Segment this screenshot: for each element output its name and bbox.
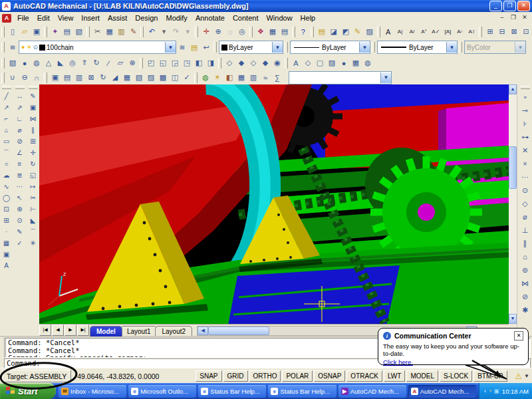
dim-angular-button[interactable]: ∠: [14, 147, 25, 158]
drawing-viewport[interactable]: Z: [39, 84, 509, 324]
task-button-5[interactable]: ▶AutoCAD Mech...: [338, 385, 406, 398]
arc-button[interactable]: ⌒: [1, 147, 12, 158]
extrude-faces-button[interactable]: ▣: [49, 72, 61, 84]
offset-faces-button[interactable]: ▥: [73, 72, 85, 84]
coordinates-readout[interactable]: 49.0646, -43.8326, 0.0000: [73, 370, 194, 382]
ellipse-button[interactable]: ◯: [1, 192, 12, 203]
solid-sphere-button[interactable]: ●: [19, 57, 31, 69]
zoom-previous-button[interactable]: ◎: [236, 26, 248, 38]
tab-first-button[interactable]: |◀: [39, 325, 51, 336]
redo-button[interactable]: ↷: [170, 26, 182, 38]
tab-last-button[interactable]: ▶|: [77, 325, 89, 336]
solid-torus-button[interactable]: ◎: [66, 57, 78, 69]
array-button[interactable]: ⊞: [27, 136, 39, 147]
snap-intersection-button[interactable]: ✕: [519, 144, 532, 157]
solid-cylinder-button[interactable]: ◍: [31, 57, 43, 69]
color-edges-button[interactable]: ▩: [157, 72, 169, 84]
gouraud-shade-button[interactable]: ●: [338, 57, 350, 69]
toggle-ortho[interactable]: ORTHO: [249, 370, 281, 382]
pan-button[interactable]: ✛: [200, 26, 212, 38]
snap-perpendicular-button[interactable]: ⊥: [519, 223, 532, 237]
menu-edit[interactable]: Edit: [33, 13, 54, 23]
region-button[interactable]: ▣: [1, 249, 12, 260]
menu-modify[interactable]: Modify: [162, 13, 191, 23]
help-button[interactable]: ?: [297, 26, 309, 38]
zoom-window-button[interactable]: ◌: [224, 26, 236, 38]
view-bottom-button[interactable]: ◱: [157, 57, 169, 69]
quick-leader-button[interactable]: ↖: [14, 192, 25, 203]
gouraud-edges-button[interactable]: ◍: [362, 57, 374, 69]
revcloud-button[interactable]: ☁: [1, 170, 12, 181]
line-button[interactable]: ╱: [1, 90, 12, 102]
polygon-button[interactable]: ⌂: [1, 124, 12, 136]
menu-help[interactable]: Help: [297, 13, 320, 23]
balloon-close-icon[interactable]: ✕: [514, 331, 523, 340]
text-find-button[interactable]: A°: [418, 26, 430, 38]
task-button-3[interactable]: eStatus Bar Help...: [198, 385, 266, 398]
revolve-button[interactable]: ↻: [90, 57, 102, 69]
toggle-snap[interactable]: SNAP: [196, 370, 221, 382]
dim-ordinate-button[interactable]: ∟: [14, 113, 25, 124]
chamfer-button[interactable]: ◣: [27, 215, 39, 226]
clean-button[interactable]: ✓: [181, 72, 193, 84]
snap-extension-button[interactable]: ⋯: [519, 170, 532, 184]
reminder-clock-icon[interactable]: ◔: [488, 388, 491, 394]
tab-layout2[interactable]: Layout2: [155, 326, 192, 336]
snap-center-button[interactable]: ⊙: [519, 184, 532, 197]
circle-button[interactable]: ○: [1, 158, 12, 170]
move-faces-button[interactable]: ▤: [61, 72, 73, 84]
layer-properties-button[interactable]: ≋: [176, 41, 188, 53]
table-edit-button[interactable]: ⊟: [496, 26, 508, 38]
close-button[interactable]: ✕: [517, 1, 530, 11]
extend-button[interactable]: ⊢: [27, 203, 39, 215]
dim-diameter-button[interactable]: ⊘: [14, 136, 25, 147]
markup-set-button[interactable]: ▤: [279, 26, 291, 38]
network-icon[interactable]: ▣: [493, 388, 499, 394]
section-button[interactable]: ▱: [114, 57, 126, 69]
lineweight-combo-arrow[interactable]: ▼: [446, 42, 457, 53]
task-button-6[interactable]: AAutoCAD Mech...: [408, 385, 476, 398]
communication-center-icon[interactable]: ⚠: [515, 372, 522, 381]
menu-design[interactable]: Design: [131, 13, 162, 23]
trim-button[interactable]: ✂: [27, 192, 39, 203]
extrude-button[interactable]: ⇑: [78, 57, 90, 69]
toggle-otrack[interactable]: OTRACK: [346, 370, 382, 382]
menu-window[interactable]: Window: [262, 13, 296, 23]
dim-edit-button[interactable]: ✎: [14, 226, 25, 237]
render-preset-arrow[interactable]: ▼: [380, 72, 391, 83]
table-export-button[interactable]: ⊠: [508, 26, 520, 38]
copy-edges-button[interactable]: ▨: [145, 72, 157, 84]
zoom-realtime-button[interactable]: ⊕: [212, 26, 224, 38]
insert-block-button[interactable]: ⊡: [1, 203, 12, 215]
move-button[interactable]: ✛: [27, 147, 39, 158]
snap-none-button[interactable]: ⊘: [519, 290, 532, 303]
layer-previous-button[interactable]: ↩: [200, 41, 212, 53]
temp-track-button[interactable]: ∘: [519, 90, 532, 104]
undo-button[interactable]: ↶: [146, 26, 158, 38]
taper-faces-button[interactable]: ◢: [109, 72, 121, 84]
tab-model[interactable]: Model: [90, 326, 122, 336]
dim-continue-button[interactable]: ⋯: [14, 181, 25, 192]
dim-baseline-button[interactable]: ≣: [14, 170, 25, 181]
layer-list-button[interactable]: ▤: [316, 26, 328, 38]
menu-view[interactable]: View: [54, 13, 78, 23]
table-style-button[interactable]: ⊡: [520, 26, 532, 38]
snap-node-button[interactable]: ⊚: [519, 263, 532, 277]
view-right-button[interactable]: ◳: [181, 57, 193, 69]
lineweight-combo[interactable]: ByLayer ▼: [377, 41, 458, 54]
layer-edit-button[interactable]: ✎: [352, 26, 364, 38]
color-combo[interactable]: ByLayer ▼: [219, 41, 283, 54]
scroll-up-arrow[interactable]: ▲: [509, 84, 517, 94]
hidden-shade-button[interactable]: ▢: [314, 57, 326, 69]
explode-button[interactable]: ✳: [27, 237, 39, 249]
scale-button[interactable]: ◱: [27, 170, 39, 181]
solid-wedge-button[interactable]: ◣: [55, 57, 66, 69]
snap-tangent-button[interactable]: ⌀: [519, 210, 532, 223]
layer-properties-button[interactable]: ≋: [7, 41, 19, 53]
erase-button[interactable]: ✎: [27, 90, 39, 102]
designcenter-button[interactable]: ▦: [267, 26, 279, 38]
quick-dim-button[interactable]: ≡: [14, 158, 25, 170]
mirror-button[interactable]: ⋈: [27, 113, 39, 124]
properties-button[interactable]: ❖: [255, 26, 267, 38]
plot-preview-button[interactable]: ▤: [61, 26, 73, 38]
